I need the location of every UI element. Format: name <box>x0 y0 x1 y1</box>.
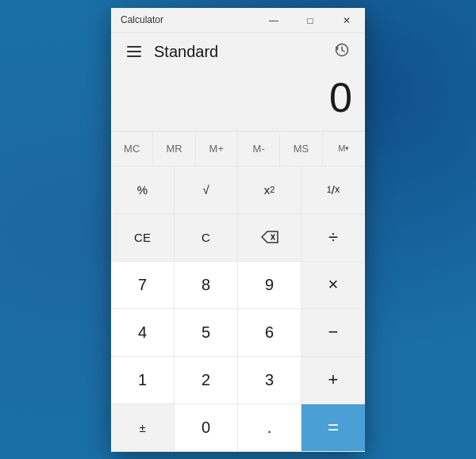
hamburger-line-1 <box>127 46 141 48</box>
backspace-icon <box>261 231 278 243</box>
menu-button[interactable] <box>124 43 144 60</box>
percent-button[interactable]: % <box>111 166 175 214</box>
ms-button[interactable]: MS <box>280 132 322 166</box>
mplus-button[interactable]: M+ <box>196 132 238 166</box>
subtract-button[interactable]: − <box>301 309 365 357</box>
five-button[interactable]: 5 <box>175 309 238 357</box>
memory-row: MC MR M+ M- MS M▾ <box>111 131 365 166</box>
title-bar-left: Calculator <box>121 14 163 25</box>
three-button[interactable]: 3 <box>238 357 301 404</box>
c-button[interactable]: C <box>175 214 238 262</box>
seven-button[interactable]: 7 <box>111 262 175 309</box>
add-button[interactable]: + <box>301 357 365 404</box>
multiply-button[interactable]: × <box>301 262 365 309</box>
history-button[interactable] <box>332 40 352 64</box>
hamburger-line-2 <box>127 51 141 52</box>
close-button[interactable]: ✕ <box>328 8 365 33</box>
main-button-grid: % √ x2 1/x CE C ÷ 7 8 9 × 4 5 6 <box>111 166 365 452</box>
reciprocal-button[interactable]: 1/x <box>301 166 365 214</box>
mc-button[interactable]: MC <box>111 132 153 166</box>
calc-display: 0 <box>111 67 365 131</box>
calculator-window: Calculator — □ ✕ Standard 0 <box>111 8 365 452</box>
four-button[interactable]: 4 <box>111 309 175 357</box>
negate-button[interactable]: ± <box>111 404 175 452</box>
calc-header: Standard <box>111 33 365 67</box>
two-button[interactable]: 2 <box>175 357 238 404</box>
maximize-button[interactable]: □ <box>292 8 328 33</box>
eight-button[interactable]: 8 <box>175 262 238 309</box>
nine-button[interactable]: 9 <box>238 262 301 309</box>
decimal-button[interactable]: . <box>238 404 301 452</box>
backspace-button[interactable] <box>238 214 301 262</box>
zero-button[interactable]: 0 <box>175 404 238 452</box>
calc-mode-title: Standard <box>154 43 322 61</box>
hamburger-line-3 <box>127 55 141 57</box>
calc-body: MC MR M+ M- MS M▾ % √ x2 1/x CE C <box>111 131 365 452</box>
divide-button[interactable]: ÷ <box>301 214 365 262</box>
title-bar: Calculator — □ ✕ <box>111 8 365 33</box>
sqrt-button[interactable]: √ <box>175 166 238 214</box>
square-button[interactable]: x2 <box>238 166 301 214</box>
minimize-button[interactable]: — <box>255 8 292 33</box>
ce-button[interactable]: CE <box>111 214 175 262</box>
history-icon <box>335 43 349 57</box>
mminus-button[interactable]: M- <box>238 132 280 166</box>
equals-button[interactable]: = <box>301 404 365 452</box>
six-button[interactable]: 6 <box>238 309 301 357</box>
window-title: Calculator <box>121 14 163 25</box>
display-value: 0 <box>329 74 352 121</box>
mhistory-button[interactable]: M▾ <box>323 132 365 166</box>
mr-button[interactable]: MR <box>153 132 195 166</box>
one-button[interactable]: 1 <box>111 357 175 404</box>
